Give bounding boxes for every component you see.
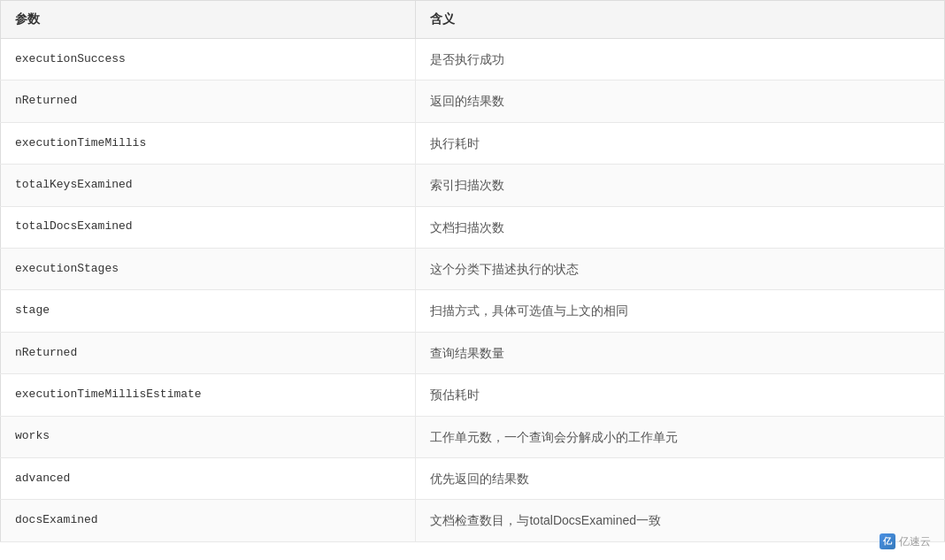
cell-meaning: 索引扫描次数 bbox=[416, 165, 945, 206]
table-header: 参数 含义 bbox=[1, 1, 945, 39]
table-row: executionStages这个分类下描述执行的状态 bbox=[1, 248, 945, 289]
cell-meaning: 优先返回的结果数 bbox=[416, 457, 945, 499]
params-table: 参数 含义 executionSuccess是否执行成功nReturned返回的… bbox=[0, 0, 945, 542]
watermark-logo: 亿 bbox=[880, 533, 895, 549]
cell-param: docsExamined bbox=[1, 500, 416, 541]
cell-param: totalDocsExamined bbox=[1, 206, 416, 248]
header-meaning: 含义 bbox=[416, 1, 945, 39]
cell-param: nReturned bbox=[1, 81, 416, 122]
cell-meaning: 扫描方式，具体可选值与上文的相同 bbox=[416, 290, 945, 332]
table-row: totalDocsExamined文档扫描次数 bbox=[1, 206, 945, 248]
cell-meaning: 执行耗时 bbox=[416, 122, 945, 164]
table-row: advanced优先返回的结果数 bbox=[1, 457, 945, 499]
cell-meaning: 这个分类下描述执行的状态 bbox=[416, 248, 945, 289]
table-row: stage扫描方式，具体可选值与上文的相同 bbox=[1, 290, 945, 332]
cell-param: works bbox=[1, 416, 416, 457]
header-row: 参数 含义 bbox=[1, 1, 945, 39]
table-row: nReturned查询结果数量 bbox=[1, 332, 945, 373]
cell-param: executionTimeMillis bbox=[1, 122, 416, 164]
watermark-text: 亿速云 bbox=[899, 534, 931, 549]
cell-param: executionTimeMillisEstimate bbox=[1, 374, 416, 416]
cell-param: totalKeysExamined bbox=[1, 165, 416, 206]
watermark: 亿 亿速云 bbox=[880, 533, 931, 549]
table-body: executionSuccess是否执行成功nReturned返回的结果数exe… bbox=[1, 39, 945, 542]
cell-meaning: 文档扫描次数 bbox=[416, 206, 945, 248]
cell-param: stage bbox=[1, 290, 416, 332]
table-row: docsExamined文档检查数目，与totalDocsExamined一致 bbox=[1, 500, 945, 541]
cell-param: executionStages bbox=[1, 248, 416, 289]
cell-param: advanced bbox=[1, 457, 416, 499]
table-row: totalKeysExamined索引扫描次数 bbox=[1, 165, 945, 206]
table-row: nReturned返回的结果数 bbox=[1, 81, 945, 122]
cell-param: nReturned bbox=[1, 332, 416, 373]
table-row: executionTimeMillisEstimate预估耗时 bbox=[1, 374, 945, 416]
cell-meaning: 文档检查数目，与totalDocsExamined一致 bbox=[416, 500, 945, 541]
main-container: 参数 含义 executionSuccess是否执行成功nReturned返回的… bbox=[0, 0, 945, 542]
cell-meaning: 查询结果数量 bbox=[416, 332, 945, 373]
table-row: works工作单元数，一个查询会分解成小的工作单元 bbox=[1, 416, 945, 457]
cell-meaning: 是否执行成功 bbox=[416, 39, 945, 81]
cell-param: executionSuccess bbox=[1, 39, 416, 81]
cell-meaning: 工作单元数，一个查询会分解成小的工作单元 bbox=[416, 416, 945, 457]
table-row: executionSuccess是否执行成功 bbox=[1, 39, 945, 81]
cell-meaning: 预估耗时 bbox=[416, 374, 945, 416]
cell-meaning: 返回的结果数 bbox=[416, 81, 945, 122]
header-param: 参数 bbox=[1, 1, 416, 39]
table-row: executionTimeMillis执行耗时 bbox=[1, 122, 945, 164]
